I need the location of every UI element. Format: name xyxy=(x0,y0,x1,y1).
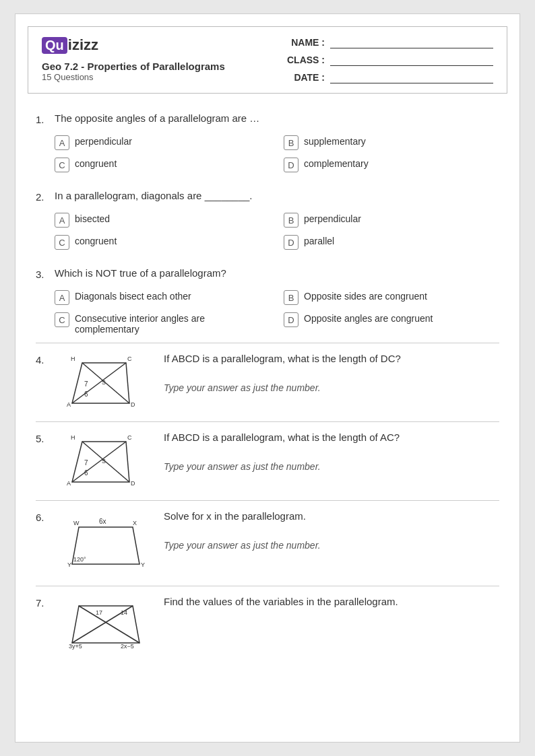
q6-num: 6. xyxy=(36,510,55,523)
q2-a-letter: A xyxy=(55,213,69,228)
q3-option-c: C Consecutive interior angles are comple… xyxy=(55,312,270,335)
svg-text:D: D xyxy=(131,480,135,487)
svg-text:7: 7 xyxy=(84,380,88,388)
question-5: 5. H C D A 7 6 S If ABCD is a parallelog… xyxy=(36,432,499,501)
q2-b-text: perpendicular xyxy=(304,212,361,224)
q3-text: Which is NOT true of a parallelogram? xyxy=(55,267,499,279)
question-2-header: 2. In a parallelogram, diagonals are ___… xyxy=(36,190,499,203)
q1-options: A perpendicular B supplementary C congru… xyxy=(55,135,499,172)
q5-num: 5. xyxy=(36,432,55,444)
q2-num: 2. xyxy=(36,190,55,203)
class-label: CLASS : xyxy=(284,55,325,65)
svg-text:A: A xyxy=(67,401,71,408)
q3-option-b: B Opposite sides are congruent xyxy=(284,289,499,305)
q7-svg: 17 14 3y+5 2x−5 xyxy=(65,596,153,650)
svg-text:3y+5: 3y+5 xyxy=(69,643,82,650)
date-line xyxy=(330,71,493,83)
q1-d-text: complementary xyxy=(304,157,369,169)
q1-num: 1. xyxy=(36,112,55,125)
q4-text: If ABCD is a parallelogram, what is the … xyxy=(164,353,499,364)
svg-text:6: 6 xyxy=(84,390,88,398)
header-left: Quizizz Geo 7.2 - Properties of Parallel… xyxy=(42,36,225,82)
q2-options: A bisected B perpendicular C congruent D… xyxy=(55,212,499,250)
q1-c-letter: C xyxy=(55,158,69,172)
svg-text:2x−5: 2x−5 xyxy=(121,643,134,650)
q3-b-text: Opposite sides are congruent xyxy=(304,289,427,302)
class-field-row: CLASS : xyxy=(284,54,493,66)
question-3-header: 3. Which is NOT true of a parallelogram? xyxy=(36,267,499,280)
date-label: DATE : xyxy=(284,72,325,83)
q1-d-letter: D xyxy=(284,158,298,172)
class-line xyxy=(330,54,493,66)
svg-text:7: 7 xyxy=(84,459,88,467)
svg-text:6x: 6x xyxy=(99,518,106,525)
question-1-header: 1. The opposite angles of a parallelogra… xyxy=(36,112,499,125)
q3-d-letter: D xyxy=(284,312,298,327)
q3-a-text: Diagonals bisect each other xyxy=(75,289,191,302)
q7-text: Find the values of the variables in the … xyxy=(164,596,499,607)
q2-option-c: C congruent xyxy=(55,234,270,250)
q5-svg: H C D A 7 6 S xyxy=(65,432,146,492)
q2-b-letter: B xyxy=(284,213,298,228)
svg-text:120°: 120° xyxy=(73,556,86,563)
q1-b-text: supplementary xyxy=(304,135,366,147)
q1-option-c: C congruent xyxy=(55,157,270,172)
q1-a-letter: A xyxy=(55,135,69,150)
q3-a-letter: A xyxy=(55,290,69,305)
q2-d-text: parallel xyxy=(304,234,334,246)
q1-option-b: B supplementary xyxy=(284,135,499,150)
q5-text: If ABCD is a parallelogram, what is the … xyxy=(164,432,499,443)
q4-svg: H C D A 7 6 S xyxy=(65,353,146,413)
q1-b-letter: B xyxy=(284,135,298,150)
q6-svg: W X Y Y 6x 120° xyxy=(65,510,153,578)
svg-text:6: 6 xyxy=(84,469,88,477)
q6-text: Solve for x in the parallelogram. xyxy=(164,510,499,522)
header: Quizizz Geo 7.2 - Properties of Parallel… xyxy=(28,26,507,94)
svg-marker-27 xyxy=(72,606,139,643)
svg-text:D: D xyxy=(131,401,135,408)
q2-c-text: congruent xyxy=(75,234,117,246)
q2-option-a: A bisected xyxy=(55,212,270,228)
quiz-subtitle: 15 Questions xyxy=(42,72,225,82)
name-line xyxy=(330,36,493,48)
svg-text:S: S xyxy=(102,379,106,386)
q4-diagram: H C D A 7 6 S xyxy=(65,353,153,413)
q7-diagram: 17 14 3y+5 2x−5 xyxy=(65,596,153,650)
q2-a-text: bisected xyxy=(75,212,110,224)
q6-diagram: W X Y Y 6x 120° xyxy=(65,510,153,578)
q2-option-b: B perpendicular xyxy=(284,212,499,228)
q6-text-area: Solve for x in the parallelogram. Type y… xyxy=(164,510,499,551)
svg-text:14: 14 xyxy=(121,609,127,616)
q3-c-letter: C xyxy=(55,312,69,327)
q1-option-a: A perpendicular xyxy=(55,135,270,150)
q4-hint: Type your answer as just the number. xyxy=(164,382,321,393)
svg-line-28 xyxy=(79,606,139,643)
q3-b-letter: B xyxy=(284,290,298,305)
q6-hint: Type your answer as just the number. xyxy=(164,540,321,551)
q3-options: A Diagonals bisect each other B Opposite… xyxy=(55,289,499,335)
svg-text:H: H xyxy=(71,355,75,362)
svg-text:X: X xyxy=(133,520,137,526)
page: Quizizz Geo 7.2 - Properties of Parallel… xyxy=(15,13,520,743)
q7-num: 7. xyxy=(36,596,55,609)
logo-text: izizz xyxy=(68,36,98,53)
svg-text:A: A xyxy=(67,480,71,487)
q3-option-d: D Opposite angles are congruent xyxy=(284,312,499,335)
logo: Quizizz xyxy=(42,36,225,54)
question-7: 7. 17 14 3y+5 2x−5 Find t xyxy=(36,596,499,650)
question-6: 6. W X Y Y 6x 120° Solve for x in the xyxy=(36,510,499,586)
header-right: NAME : CLASS : DATE : xyxy=(284,36,493,83)
question-1: 1. The opposite angles of a parallelogra… xyxy=(36,112,499,180)
svg-text:Y: Y xyxy=(141,561,145,568)
svg-text:H: H xyxy=(71,434,75,441)
q3-option-a: A Diagonals bisect each other xyxy=(55,289,270,305)
q5-hint: Type your answer as just the number. xyxy=(164,461,321,472)
content: 1. The opposite angles of a parallelogra… xyxy=(15,94,520,663)
svg-text:Y: Y xyxy=(67,561,71,568)
q7-text-area: Find the values of the variables in the … xyxy=(164,596,499,613)
q4-num: 4. xyxy=(36,353,55,366)
date-field-row: DATE : xyxy=(284,71,493,83)
question-3: 3. Which is NOT true of a parallelogram?… xyxy=(36,267,499,343)
q3-d-text: Opposite angles are congruent xyxy=(304,312,433,324)
q5-text-area: If ABCD is a parallelogram, what is the … xyxy=(164,432,499,473)
